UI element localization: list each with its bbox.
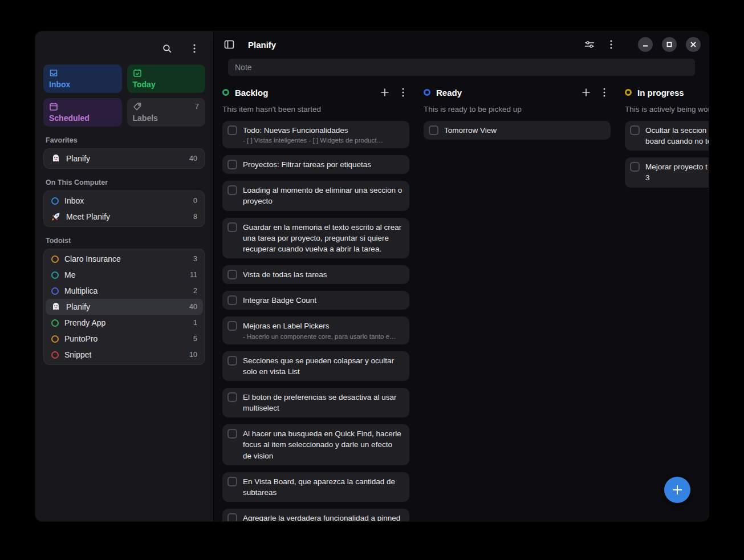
toggle-sidebar-icon[interactable] <box>223 38 235 51</box>
task-card[interactable]: Tomorrow View <box>424 121 611 140</box>
sidebar-item-puntopro[interactable]: PuntoPro 5 <box>46 331 203 347</box>
column-menu-icon[interactable] <box>397 86 409 99</box>
sidebar-item-local-inbox[interactable]: Inbox 0 <box>46 193 203 209</box>
task-card[interactable]: Mejorar proyecto t 3 <box>625 157 709 187</box>
sidebar-item-planify-favorite[interactable]: Planify 40 <box>46 151 203 167</box>
project-count: 3 <box>193 255 197 263</box>
inbox-icon <box>49 68 58 78</box>
sidebar-item-today[interactable]: Today <box>127 64 206 93</box>
column-title: Backlog <box>235 88 373 98</box>
sidebar-item-me[interactable]: Me 11 <box>46 267 203 283</box>
note-input[interactable] <box>228 59 695 76</box>
task-checkbox[interactable] <box>630 162 640 172</box>
calendar-icon <box>49 102 58 111</box>
task-checkbox[interactable] <box>227 513 237 521</box>
task-checkbox[interactable] <box>227 125 237 135</box>
task-checkbox[interactable] <box>227 477 237 486</box>
close-button[interactable] <box>686 37 701 52</box>
task-card[interactable]: Loading al momento de eliminar una secci… <box>222 181 409 210</box>
add-task-fab[interactable] <box>664 477 690 503</box>
task-card[interactable]: Al hacer una busqueda en Quick Find, hac… <box>222 424 409 465</box>
column-ready: Ready This is ready to be picked up Tomo… <box>424 84 611 140</box>
project-count: 0 <box>193 197 197 205</box>
sidebar-item-prendy-app[interactable]: Prendy App 1 <box>46 315 203 331</box>
project-dot-icon <box>51 351 59 359</box>
task-card[interactable]: Proyectos: Filtrar tareas por etiquetas <box>222 155 409 174</box>
kanban-board: Backlog This item hasn't been started To… <box>214 80 709 521</box>
task-card[interactable]: En Vista Board, que aparezca la cantidad… <box>222 472 409 502</box>
task-card[interactable]: Todo: Nuevas Funcionalidades - [ ] Vista… <box>222 121 409 148</box>
task-title: Proyectos: Filtrar tareas por etiquetas <box>243 158 403 171</box>
maximize-button[interactable] <box>662 37 677 52</box>
task-title: Integrar Badge Count <box>243 294 403 307</box>
main-menu-icon[interactable] <box>605 38 617 51</box>
task-card[interactable]: Secciones que se pueden colapsar y ocult… <box>222 351 409 381</box>
sidebar-item-snippet[interactable]: Snippet 10 <box>46 347 203 363</box>
project-count: 5 <box>193 335 197 343</box>
search-icon[interactable] <box>161 42 173 55</box>
task-title: Al hacer una busqueda en Quick Find, hac… <box>243 427 403 462</box>
tag-icon <box>133 102 142 111</box>
add-task-icon[interactable] <box>379 86 391 99</box>
headerbar-actions <box>583 37 701 52</box>
column-title: Ready <box>436 88 574 98</box>
project-dot-icon <box>51 197 59 205</box>
task-title: Tomorrow View <box>444 124 604 137</box>
task-card[interactable]: Guardar en la memoria el texto escrito a… <box>222 218 409 258</box>
sidebar-item-multiplica[interactable]: Multiplica 2 <box>46 283 203 299</box>
column-in-progress: In progress This is actively being worke… <box>625 84 709 188</box>
sidebar-menu-icon[interactable] <box>188 42 201 55</box>
task-card[interactable]: Ocultar la seccion in board cuando no te <box>625 121 709 151</box>
column-description: This is actively being worked on <box>625 105 709 113</box>
task-checkbox[interactable] <box>227 321 237 331</box>
minimize-button[interactable] <box>638 37 653 52</box>
page-title: Planify <box>248 40 276 50</box>
task-checkbox[interactable] <box>429 125 438 135</box>
task-title: Mejorar proyecto t 3 <box>645 160 709 184</box>
task-checkbox[interactable] <box>227 270 237 279</box>
task-card[interactable]: Mejoras en Label Pickers - Hacerlo un co… <box>222 316 409 344</box>
project-dot-icon <box>51 335 59 343</box>
project-dot-icon <box>51 319 59 327</box>
project-count: 11 <box>190 271 197 279</box>
project-name: Snippet <box>64 350 184 359</box>
task-title: Ocultar la seccion in board cuando no te <box>645 124 709 148</box>
project-count: 10 <box>189 351 197 359</box>
task-card[interactable]: El boton de preferencias se desactiva al… <box>222 388 409 417</box>
task-checkbox[interactable] <box>227 392 237 402</box>
sidebar-item-labels[interactable]: Labels 7 <box>127 98 206 127</box>
sidebar-item-inbox[interactable]: Inbox <box>43 64 122 93</box>
column-header: In progress <box>625 84 709 101</box>
rocket-icon <box>51 212 60 221</box>
task-card[interactable]: Agregarle la verdadera funcionalidad a p… <box>222 509 409 521</box>
task-title: El boton de preferencias se desactiva al… <box>243 391 403 415</box>
task-checkbox[interactable] <box>227 160 237 169</box>
column-menu-icon[interactable] <box>598 86 611 99</box>
sidebar-item-meet-planify[interactable]: Meet Planify 8 <box>46 209 203 225</box>
section-title-todoist: Todoist <box>46 237 203 245</box>
quick-label: Scheduled <box>49 113 116 123</box>
project-dot-icon <box>51 255 59 263</box>
quick-label: Inbox <box>49 80 116 89</box>
view-options-icon[interactable] <box>583 38 596 51</box>
task-checkbox[interactable] <box>227 429 237 439</box>
task-checkbox[interactable] <box>227 185 237 195</box>
task-card[interactable]: Vista de todas las tareas <box>222 265 409 284</box>
column-header: Ready <box>424 84 611 101</box>
task-checkbox[interactable] <box>227 356 237 366</box>
project-name: Planify <box>66 302 184 311</box>
task-checkbox[interactable] <box>227 222 237 232</box>
project-name: Meet Planify <box>66 212 188 221</box>
quick-access-grid: Inbox Today Scheduled <box>43 64 205 127</box>
add-task-icon[interactable] <box>580 86 592 99</box>
project-name: Claro Insurance <box>64 254 188 263</box>
sidebar-item-scheduled[interactable]: Scheduled <box>43 98 122 127</box>
sidebar-item-claro-insurance[interactable]: Claro Insurance 3 <box>46 251 203 267</box>
section-title-favorites: Favorites <box>46 136 203 144</box>
task-checkbox[interactable] <box>227 295 237 305</box>
task-checkbox[interactable] <box>630 125 640 135</box>
task-card[interactable]: Integrar Badge Count <box>222 291 409 310</box>
quick-label: Today <box>133 80 200 89</box>
sidebar: Inbox Today Scheduled <box>35 31 214 521</box>
sidebar-item-planify[interactable]: Planify 40 <box>46 299 203 315</box>
